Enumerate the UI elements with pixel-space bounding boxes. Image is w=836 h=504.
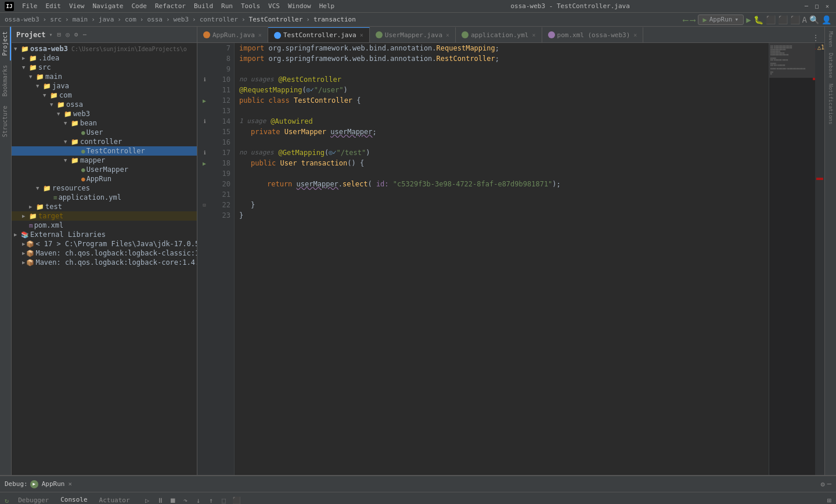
- tab-testcontroller[interactable]: TestController.java ×: [268, 27, 370, 42]
- tree-item-test[interactable]: ▶ 📁 test: [12, 202, 197, 211]
- tab-more[interactable]: ⋮: [807, 33, 824, 42]
- locate-icon[interactable]: ◎: [64, 30, 71, 39]
- actuator-tab[interactable]: Actuator: [95, 495, 135, 504]
- maximize-button[interactable]: □: [813, 2, 821, 10]
- coverage-button[interactable]: ⬛: [766, 15, 776, 24]
- tree-item-controller[interactable]: ▼ 📁 controller: [12, 137, 197, 146]
- tab-close[interactable]: ×: [633, 32, 637, 38]
- menu-help[interactable]: Help: [316, 2, 338, 10]
- scrollbar-track[interactable]: [816, 51, 823, 474]
- tree-item-mapper[interactable]: ▼ 📁 mapper: [12, 156, 197, 165]
- project-panel-dropdown[interactable]: ▾: [49, 31, 53, 38]
- menu-file[interactable]: File: [19, 2, 41, 10]
- tree-item-extlibs[interactable]: ▶ 📚 External Libraries: [12, 230, 197, 239]
- breadcrumb-item[interactable]: main: [73, 16, 88, 23]
- tree-item-ossa[interactable]: ▼ 📁 ossa: [12, 100, 197, 109]
- tab-usermapper[interactable]: UserMapper.java ×: [370, 27, 456, 42]
- breadcrumb-item[interactable]: ossa: [147, 16, 163, 23]
- menu-bar[interactable]: File Edit View Navigate Code Refactor Bu…: [19, 2, 338, 10]
- breadcrumb-item[interactable]: java: [99, 16, 114, 23]
- console-tab[interactable]: Console: [56, 495, 92, 504]
- tree-item-usermapper[interactable]: ▶ ● UserMapper: [12, 165, 197, 174]
- view-breakpoints[interactable]: ⬚: [218, 495, 230, 505]
- debug-button[interactable]: 🐛: [754, 15, 763, 24]
- step-over-button[interactable]: ↷: [180, 495, 192, 505]
- menu-code[interactable]: Code: [128, 2, 150, 10]
- step-into-button[interactable]: ↓: [193, 495, 204, 505]
- window-controls[interactable]: ─ □ ✕: [802, 2, 831, 10]
- menu-run[interactable]: Run: [218, 2, 236, 10]
- run-button[interactable]: ▶: [746, 15, 751, 24]
- breadcrumb-item[interactable]: src: [50, 16, 62, 23]
- code-content[interactable]: import org.springframework.web.bind.anno…: [235, 43, 769, 475]
- restart-icon[interactable]: ↻: [5, 496, 9, 505]
- tree-item-user[interactable]: ▶ ● User: [12, 128, 197, 137]
- more-icon[interactable]: ⋯: [81, 30, 88, 39]
- tab-appyml[interactable]: application.yml ×: [456, 27, 542, 42]
- settings-icon[interactable]: ⚙: [821, 480, 825, 488]
- breadcrumb-item[interactable]: controller: [200, 16, 238, 23]
- tab-apprun[interactable]: AppRun.java ×: [197, 27, 268, 42]
- database-tab[interactable]: Database: [827, 51, 835, 80]
- settings-icon[interactable]: ⚙: [73, 30, 80, 39]
- tree-item-apprun[interactable]: ▶ ● AppRun: [12, 174, 197, 183]
- debugger-tab[interactable]: Debugger: [13, 495, 53, 504]
- tree-item-idea[interactable]: ▶ 📁 .idea: [12, 53, 197, 63]
- menu-navigate[interactable]: Navigate: [89, 2, 127, 10]
- resume-button[interactable]: ▷: [142, 495, 153, 505]
- tree-item-maven-logback[interactable]: ▶ 📦 Maven: ch.qos.logback:logback-classi…: [12, 249, 197, 258]
- collapse-all-icon[interactable]: ⊟: [56, 30, 63, 39]
- menu-edit[interactable]: Edit: [42, 2, 65, 10]
- translate-icon[interactable]: A: [802, 15, 807, 24]
- tree-item-java[interactable]: ▼ 📁 java: [12, 81, 197, 91]
- notifications-tab[interactable]: Notifications: [827, 81, 835, 127]
- breadcrumb-item[interactable]: web3: [174, 16, 189, 23]
- nav-forward-icon[interactable]: ⟶: [690, 15, 695, 24]
- debug-close[interactable]: ×: [69, 480, 73, 488]
- tree-item-main[interactable]: ▼ 📁 main: [12, 72, 197, 81]
- breadcrumb-item[interactable]: TestController: [249, 16, 303, 23]
- tab-close[interactable]: ×: [446, 32, 449, 38]
- breadcrumb-item[interactable]: com: [125, 16, 136, 23]
- layout-button[interactable]: ⊞: [827, 496, 831, 505]
- nav-back-icon[interactable]: ⟵: [683, 15, 688, 24]
- breadcrumb-item[interactable]: transaction: [314, 16, 356, 23]
- maven-tab[interactable]: Maven: [827, 29, 835, 49]
- close-button[interactable]: ✕: [823, 2, 831, 10]
- profile-button[interactable]: ⬛: [778, 15, 788, 24]
- project-tab[interactable]: Project: [0, 27, 11, 60]
- step-out-button[interactable]: ↑: [206, 495, 217, 505]
- tree-item-maven-logback-core[interactable]: ▶ 📦 Maven: ch.qos.logback:logback-core:1…: [12, 258, 197, 267]
- mute-breakpoints[interactable]: ⬛: [231, 495, 243, 505]
- tab-close[interactable]: ×: [360, 32, 363, 38]
- tree-item-resources[interactable]: ▼ 📁 resources: [12, 183, 197, 193]
- tab-close[interactable]: ×: [258, 32, 262, 38]
- bookmarks-tab[interactable]: Bookmarks: [0, 60, 11, 101]
- tree-item-target[interactable]: ▶ 📁 target: [12, 211, 197, 221]
- search-icon[interactable]: 🔍: [809, 15, 819, 24]
- tree-item-testcontroller[interactable]: ▶ ● TestController: [12, 146, 197, 156]
- run-config-button[interactable]: ▶ AppRun ▾: [698, 15, 744, 25]
- stop-button[interactable]: ⏹: [167, 495, 179, 505]
- minimize-button[interactable]: ─: [802, 2, 810, 10]
- tree-item-pom[interactable]: ▶ m pom.xml: [12, 221, 197, 230]
- user-icon[interactable]: 👤: [821, 15, 831, 24]
- menu-build[interactable]: Build: [190, 2, 217, 10]
- tab-pom[interactable]: pom.xml (ossa-web3) ×: [542, 27, 644, 42]
- menu-window[interactable]: Window: [284, 2, 315, 10]
- menu-vcs[interactable]: VCS: [265, 2, 283, 10]
- pause-button[interactable]: ⏸: [154, 495, 166, 505]
- stop-button[interactable]: ⬛: [790, 15, 800, 24]
- menu-view[interactable]: View: [66, 2, 88, 10]
- tree-item-appyml[interactable]: ▶ ≡ application.yml: [12, 193, 197, 202]
- menu-refactor[interactable]: Refactor: [152, 2, 189, 10]
- tree-root[interactable]: ▼ 📁 ossa-web3 C:\Users\sunjinxin\IdeaPro…: [12, 44, 197, 53]
- minimize-icon[interactable]: ─: [827, 480, 831, 488]
- tree-item-src[interactable]: ▼ 📁 src: [12, 63, 197, 72]
- tree-item-com[interactable]: ▼ 📁 com: [12, 91, 197, 100]
- tab-close[interactable]: ×: [532, 32, 535, 38]
- structure-tab[interactable]: Structure: [0, 101, 11, 142]
- tree-item-jdk[interactable]: ▶ 📦 < 17 > C:\Program Files\Java\jdk-17.…: [12, 239, 197, 249]
- menu-tools[interactable]: Tools: [237, 2, 264, 10]
- tree-item-web3[interactable]: ▼ 📁 web3: [12, 109, 197, 118]
